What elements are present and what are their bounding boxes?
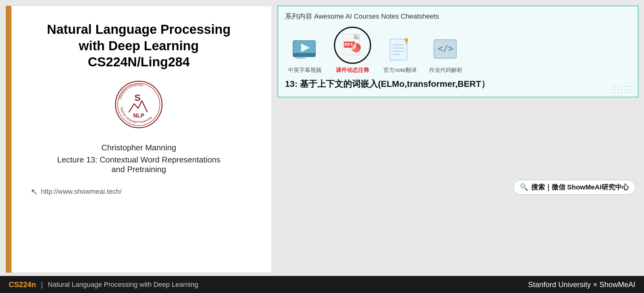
svg-point-21	[405, 38, 408, 42]
dotted-corner-decoration	[611, 85, 635, 94]
code-label: 作业代码解析	[429, 66, 462, 74]
search-text: 搜索｜微信 ShowMeAI研究中心	[531, 183, 629, 192]
note-label: 官方note翻译	[383, 66, 417, 74]
search-icon: 🔍	[520, 183, 528, 191]
series-box: 系列内容 Awesome AI Courses Notes Cheatsheet…	[278, 6, 638, 97]
bottom-course-label: CS224n	[9, 280, 36, 289]
slide-title-line3: CS224N/Ling284	[88, 55, 190, 69]
svg-text:VIDEO: VIDEO	[295, 55, 306, 59]
bottom-left: CS224n | Natural Language Processing wit…	[9, 280, 198, 289]
stanford-logo-area: Stanford University Natural Language Pro…	[114, 80, 164, 131]
bottom-bar: CS224n | Natural Language Processing wit…	[0, 276, 644, 293]
svg-rect-16	[390, 39, 407, 60]
bottom-description: Natural Language Processing with Deep Le…	[48, 281, 198, 289]
slide-left-bar	[6, 6, 11, 273]
note-icon-item[interactable]: 官方note翻译	[383, 36, 417, 74]
right-panel: 系列内容 Awesome AI Courses Notes Cheatsheet…	[278, 6, 638, 273]
slide-url: http://www.showmeai.tech/	[41, 188, 121, 196]
ppt-label: 课件动态注释	[336, 66, 369, 74]
series-icons-row: VIDEO 中英字幕视频	[285, 27, 631, 74]
slide-title-line1: Natural Language Processing	[47, 22, 231, 37]
svg-text:</>: </>	[438, 43, 453, 54]
ppt-icon-item[interactable]: PPT 课件动态注释	[334, 27, 371, 74]
series-title: 系列内容 Awesome AI Courses Notes Cheatsheet…	[285, 12, 631, 21]
video-icon-box: VIDEO	[291, 36, 319, 64]
code-icon: </>	[433, 39, 458, 61]
search-box[interactable]: 🔍 搜索｜微信 ShowMeAI研究中心	[513, 180, 635, 195]
slide-panel: Natural Language Processing with Deep Le…	[6, 6, 272, 273]
bottom-right: Stanford University × ShowMeAI	[528, 280, 635, 289]
note-icon	[388, 38, 412, 62]
main-content: Natural Language Processing with Deep Le…	[0, 0, 644, 276]
video-label: 中英字幕视频	[288, 66, 322, 74]
series-lecture-title: 13: 基于上下文的词嵌入(ELMo,transformer,BERT）	[285, 78, 631, 90]
search-area: 🔍 搜索｜微信 ShowMeAI研究中心	[278, 102, 638, 273]
note-icon-box	[386, 36, 414, 64]
slide-lecture: Lecture 13: Contextual Word Representati…	[57, 155, 220, 174]
cursor-icon: ↖	[31, 187, 38, 197]
code-icon-item[interactable]: </> 作业代码解析	[429, 36, 462, 74]
slide-url-area: ↖ http://www.showmeai.tech/	[31, 187, 121, 197]
slide-author: Christopher Manning	[101, 143, 176, 153]
svg-text:NLP: NLP	[133, 113, 144, 119]
ppt-icon-container: PPT	[334, 27, 371, 64]
stanford-nlp-logo: Stanford University Natural Language Pro…	[114, 80, 164, 129]
video-icon: VIDEO	[292, 39, 317, 61]
video-icon-item[interactable]: VIDEO 中英字幕视频	[288, 36, 322, 74]
slide-lecture-line2: and Pretraining	[112, 165, 166, 174]
slide-title: Natural Language Processing with Deep Le…	[47, 21, 231, 70]
svg-point-1	[118, 83, 160, 126]
code-icon-box: </>	[432, 36, 460, 64]
bottom-divider: |	[41, 280, 43, 289]
svg-text:S: S	[134, 92, 141, 103]
ppt-circle-highlight	[334, 27, 371, 64]
slide-lecture-text: Lecture 13: Contextual Word Representati…	[57, 155, 220, 164]
slide-title-line2: with Deep Learning	[79, 38, 199, 53]
